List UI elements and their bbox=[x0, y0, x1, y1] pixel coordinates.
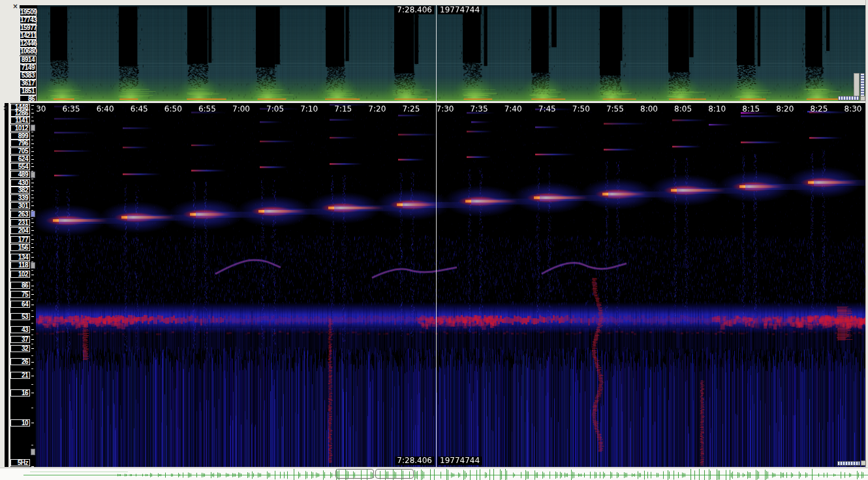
freq-label: 1286 bbox=[10, 110, 30, 117]
freq-minor-tick bbox=[31, 243, 33, 244]
freq-label: 14211 bbox=[20, 32, 37, 40]
freq-label: 430 bbox=[10, 179, 30, 187]
view-region-box-1[interactable] bbox=[335, 469, 374, 479]
freq-label: 75 bbox=[10, 291, 30, 298]
freq-label: 705 bbox=[10, 147, 30, 155]
freq-tick bbox=[31, 247, 34, 248]
freq-label: 32 bbox=[10, 345, 30, 352]
freq-label: 339 bbox=[10, 194, 30, 202]
freq-tick bbox=[31, 294, 34, 295]
freq-minor-tick bbox=[31, 235, 33, 235]
freq-minor-tick bbox=[31, 187, 33, 187]
overview-strip[interactable] bbox=[0, 468, 868, 480]
freq-minor-tick bbox=[31, 344, 33, 344]
time-label: 8:05 bbox=[674, 104, 692, 113]
freq-label: 64 bbox=[10, 301, 30, 308]
freq-label: 86 bbox=[10, 282, 30, 289]
freq-tick bbox=[31, 257, 34, 258]
freq-tick bbox=[31, 143, 34, 144]
time-label: 6:50 bbox=[164, 104, 182, 113]
freq-label: 118 bbox=[10, 262, 30, 269]
freq-tick bbox=[31, 198, 34, 198]
time-label: 8:10 bbox=[708, 104, 726, 113]
freq-tick bbox=[31, 423, 34, 423]
freq-minor-tick bbox=[31, 109, 33, 110]
freq-minor-tick bbox=[31, 310, 33, 311]
time-label: 7:35 bbox=[471, 104, 488, 113]
freq-label: 899 bbox=[10, 132, 30, 140]
top-freq-scale[interactable]: 1950917743159771421112446106808914714953… bbox=[20, 5, 37, 101]
time-label: 8:15 bbox=[742, 104, 760, 113]
zoom-reset-button-top[interactable] bbox=[860, 96, 865, 101]
time-label: 7:45 bbox=[538, 104, 556, 113]
freq-tick bbox=[31, 316, 34, 317]
view-region-box-2[interactable] bbox=[375, 469, 414, 479]
freq-label: 102 bbox=[10, 271, 30, 278]
freq-label: 204 bbox=[10, 227, 30, 234]
zoom-reset-button-bottom[interactable] bbox=[861, 460, 866, 466]
freq-minor-tick bbox=[31, 117, 33, 117]
close-pane-bottom-button[interactable]: × bbox=[1, 104, 10, 113]
vertical-zoom-slider-top[interactable] bbox=[854, 73, 860, 98]
freq-label: 1141 bbox=[10, 117, 30, 124]
playback-cursor-bottom bbox=[436, 103, 437, 467]
freq-tick bbox=[31, 151, 34, 152]
freq-label: 26 bbox=[10, 358, 30, 365]
freq-scale-handle[interactable] bbox=[31, 449, 35, 455]
vertical-zoom-thumbwheel-top[interactable] bbox=[860, 73, 865, 97]
freq-minor-tick bbox=[31, 290, 33, 290]
spectrogram-canvas-top[interactable] bbox=[37, 5, 865, 101]
freq-minor-tick bbox=[31, 147, 33, 148]
freq-scale-handle[interactable] bbox=[31, 211, 35, 217]
freq-tick bbox=[31, 286, 34, 286]
time-label: 6:40 bbox=[97, 104, 114, 113]
time-label: 7:20 bbox=[368, 104, 386, 113]
freq-tick bbox=[31, 393, 34, 393]
time-label: 8:00 bbox=[640, 104, 658, 113]
freq-tick bbox=[31, 183, 34, 183]
freq-label: 624 bbox=[10, 155, 30, 162]
freq-tick bbox=[31, 222, 34, 223]
freq-minor-tick bbox=[31, 140, 33, 140]
freq-minor-tick bbox=[31, 445, 33, 445]
app-window: × 19509177431597714211124461068089147149… bbox=[0, 0, 868, 480]
overview-waveform-canvas[interactable] bbox=[0, 468, 868, 480]
freq-label: 43 bbox=[10, 326, 30, 333]
freq-tick bbox=[31, 105, 34, 106]
freq-scale-handle[interactable] bbox=[31, 172, 35, 178]
freq-label: 19509 bbox=[20, 8, 37, 16]
freq-label: 489 bbox=[10, 171, 30, 178]
freq-label: 263 bbox=[10, 211, 30, 218]
close-pane-top-button[interactable]: × bbox=[11, 3, 20, 11]
bottom-freq-scale[interactable]: 1448128611411012899796705624554489430382… bbox=[10, 103, 31, 467]
freq-tick bbox=[31, 121, 34, 121]
freq-label: 37 bbox=[10, 336, 30, 343]
time-label: 6:35 bbox=[63, 104, 80, 113]
time-label: 6:45 bbox=[131, 104, 148, 113]
freq-tick bbox=[31, 159, 34, 160]
spectrogram-canvas-bottom[interactable] bbox=[36, 103, 865, 467]
cursor-time-label-bottom: 7:28.406 bbox=[395, 457, 434, 465]
cursor-frame-label-top: 19774744 bbox=[438, 6, 482, 14]
freq-label: 16 bbox=[10, 389, 30, 397]
freq-scale-handle[interactable] bbox=[31, 262, 35, 269]
freq-minor-tick bbox=[31, 270, 33, 271]
time-label: 8:25 bbox=[810, 104, 828, 113]
freq-tick bbox=[31, 275, 34, 275]
horizontal-zoom-thumbwheel-top[interactable] bbox=[838, 96, 860, 100]
horizontal-zoom-thumbwheel-bottom[interactable] bbox=[837, 461, 860, 466]
freq-tick bbox=[31, 136, 34, 136]
freq-label: 382 bbox=[10, 187, 30, 194]
freq-tick bbox=[31, 239, 34, 240]
time-label: 7:10 bbox=[300, 104, 318, 113]
freq-label: 156 bbox=[10, 244, 30, 251]
freq-label: 1851 bbox=[20, 87, 37, 95]
freq-minor-tick bbox=[31, 132, 33, 132]
freq-label: 796 bbox=[10, 140, 30, 147]
freq-scale-handle[interactable] bbox=[31, 125, 35, 131]
time-ruler[interactable]: 6:306:356:406:456:506:557:007:057:107:15… bbox=[36, 103, 865, 115]
freq-label: 134 bbox=[10, 254, 30, 261]
time-label: 8:20 bbox=[776, 104, 794, 113]
freq-label: 177 bbox=[10, 236, 30, 243]
freq-label: 10 bbox=[10, 419, 30, 427]
